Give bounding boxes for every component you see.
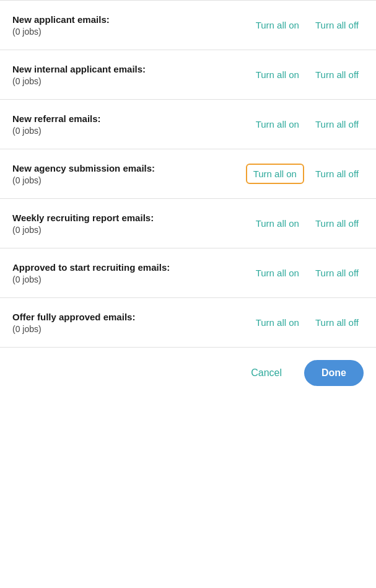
done-button[interactable]: Done xyxy=(304,360,364,386)
turn-all-on-button-new-applicant[interactable]: Turn all on xyxy=(251,16,304,34)
turn-all-on-button-weekly-recruiting-report[interactable]: Turn all on xyxy=(251,214,304,232)
email-label-new-internal-applicant: New internal applicant emails:(0 jobs) xyxy=(12,63,251,87)
email-title-new-agency-submission: New agency submission emails: xyxy=(12,162,240,175)
turn-all-off-button-new-agency-submission[interactable]: Turn all off xyxy=(310,165,364,183)
email-list: New applicant emails:(0 jobs)Turn all on… xyxy=(0,0,376,347)
email-subtitle-approved-to-start-recruiting: (0 jobs) xyxy=(12,274,245,284)
turn-all-off-button-new-internal-applicant[interactable]: Turn all off xyxy=(310,66,364,84)
email-actions-weekly-recruiting-report: Turn all onTurn all off xyxy=(251,214,364,232)
cancel-button[interactable]: Cancel xyxy=(241,361,292,385)
email-actions-offer-fully-approved: Turn all onTurn all off xyxy=(251,314,364,331)
email-title-weekly-recruiting-report: Weekly recruiting report emails: xyxy=(12,212,245,224)
turn-all-on-button-offer-fully-approved[interactable]: Turn all on xyxy=(251,314,304,331)
email-row-approved-to-start-recruiting: Approved to start recruiting emails:(0 j… xyxy=(0,248,376,297)
turn-all-off-button-weekly-recruiting-report[interactable]: Turn all off xyxy=(310,214,364,232)
email-actions-new-internal-applicant: Turn all onTurn all off xyxy=(251,66,364,84)
email-row-new-internal-applicant: New internal applicant emails:(0 jobs)Tu… xyxy=(0,50,376,99)
email-label-new-applicant: New applicant emails:(0 jobs) xyxy=(12,14,251,37)
email-title-new-internal-applicant: New internal applicant emails: xyxy=(12,63,245,76)
email-title-offer-fully-approved: Offer fully approved emails: xyxy=(12,311,245,323)
email-row-new-referral: New referral emails:(0 jobs)Turn all onT… xyxy=(0,99,376,149)
email-row-new-applicant: New applicant emails:(0 jobs)Turn all on… xyxy=(0,0,376,50)
email-title-new-referral: New referral emails: xyxy=(12,113,245,125)
email-title-new-applicant: New applicant emails: xyxy=(12,14,245,26)
turn-all-on-button-new-agency-submission[interactable]: Turn all on xyxy=(246,164,304,184)
turn-all-on-button-new-internal-applicant[interactable]: Turn all on xyxy=(251,66,304,84)
email-subtitle-new-referral: (0 jobs) xyxy=(12,126,245,136)
email-label-approved-to-start-recruiting: Approved to start recruiting emails:(0 j… xyxy=(12,261,251,285)
turn-all-off-button-new-referral[interactable]: Turn all off xyxy=(310,115,364,133)
email-label-offer-fully-approved: Offer fully approved emails:(0 jobs) xyxy=(12,311,251,335)
email-label-new-referral: New referral emails:(0 jobs) xyxy=(12,113,251,136)
email-subtitle-weekly-recruiting-report: (0 jobs) xyxy=(12,225,245,235)
email-row-weekly-recruiting-report: Weekly recruiting report emails:(0 jobs)… xyxy=(0,198,376,248)
turn-all-on-button-new-referral[interactable]: Turn all on xyxy=(251,115,304,133)
email-actions-new-agency-submission: Turn all onTurn all off xyxy=(246,164,364,184)
email-label-new-agency-submission: New agency submission emails:(0 jobs) xyxy=(12,162,246,186)
email-actions-new-applicant: Turn all onTurn all off xyxy=(251,16,364,34)
email-subtitle-new-applicant: (0 jobs) xyxy=(12,27,245,37)
email-actions-new-referral: Turn all onTurn all off xyxy=(251,115,364,133)
email-subtitle-offer-fully-approved: (0 jobs) xyxy=(12,324,245,334)
email-row-new-agency-submission: New agency submission emails:(0 jobs)Tur… xyxy=(0,149,376,198)
footer: Cancel Done xyxy=(0,347,376,398)
email-actions-approved-to-start-recruiting: Turn all onTurn all off xyxy=(251,264,364,282)
turn-all-off-button-new-applicant[interactable]: Turn all off xyxy=(310,16,364,34)
email-subtitle-new-agency-submission: (0 jobs) xyxy=(12,175,240,185)
email-subtitle-new-internal-applicant: (0 jobs) xyxy=(12,76,245,86)
email-label-weekly-recruiting-report: Weekly recruiting report emails:(0 jobs) xyxy=(12,212,251,235)
email-title-approved-to-start-recruiting: Approved to start recruiting emails: xyxy=(12,261,245,274)
turn-all-on-button-approved-to-start-recruiting[interactable]: Turn all on xyxy=(251,264,304,282)
turn-all-off-button-offer-fully-approved[interactable]: Turn all off xyxy=(310,314,364,331)
turn-all-off-button-approved-to-start-recruiting[interactable]: Turn all off xyxy=(310,264,364,282)
email-row-offer-fully-approved: Offer fully approved emails:(0 jobs)Turn… xyxy=(0,297,376,347)
